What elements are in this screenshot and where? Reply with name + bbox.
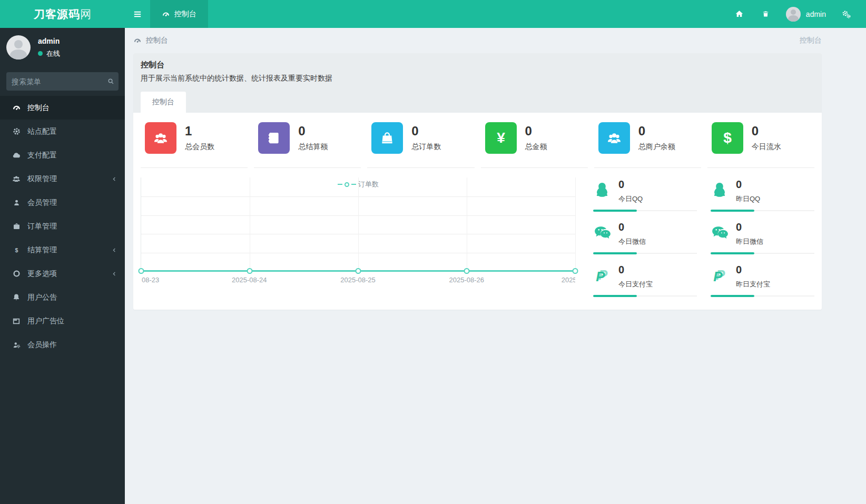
sidebar-item[interactable]: 更多选项 xyxy=(0,262,125,285)
stat-card: ¥ 0 总金额 xyxy=(481,122,588,168)
svg-text:P: P xyxy=(713,269,723,284)
channel-stat-tile: 0 今日QQ xyxy=(593,177,697,212)
book-icon xyxy=(258,122,290,154)
sidebar-user-panel: admin 在线 xyxy=(0,28,125,68)
qq-icon xyxy=(711,181,730,200)
top-bar: 刀客源码网 控制台 admin xyxy=(0,0,866,28)
stat-value: 0 xyxy=(411,124,441,138)
stat-label: 总金额 xyxy=(525,142,547,152)
stat-card: 0 总结算额 xyxy=(254,122,361,168)
status-label: 在线 xyxy=(46,49,60,58)
sidebar-item-label: 会员操作 xyxy=(27,340,57,350)
channel-stat-bar xyxy=(711,295,814,297)
chart-point-marker xyxy=(139,268,144,274)
stat-card: 0 总商户余额 xyxy=(594,122,701,168)
channel-stat-value: 0 xyxy=(736,264,770,276)
breadcrumb-label: 控制台 xyxy=(146,36,168,45)
panel-header: 控制台 用于展示当前系统中的统计数据、统计报表及重要实时数据 控制台 xyxy=(133,53,822,113)
user-cog-icon xyxy=(12,341,21,349)
home-icon xyxy=(735,9,744,18)
x-axis-tick-label: 2025-08-24 xyxy=(232,276,267,284)
stat-value: 0 xyxy=(298,124,328,138)
paypal-icon: PP xyxy=(711,266,730,285)
sidebar-item-label: 更多选项 xyxy=(27,269,57,279)
x-axis-tick-label: 2025-08-25 xyxy=(340,276,376,284)
sidebar-item[interactable]: 用户公告 xyxy=(0,285,125,309)
sidebar-item[interactable]: 支付配置 xyxy=(0,143,125,167)
search-icon[interactable] xyxy=(107,77,115,85)
breadcrumb: 控制台 控制台 xyxy=(133,28,822,53)
sidebar-item[interactable]: $ 结算管理 xyxy=(0,238,125,262)
chart-legend[interactable]: 订单数 xyxy=(338,180,379,189)
cloud-icon xyxy=(12,151,21,160)
channel-stat-bar xyxy=(711,252,814,254)
sidebar-item-label: 订单管理 xyxy=(27,222,57,231)
channel-stat-value: 0 xyxy=(618,221,646,233)
stat-cards-row: 1 总会员数 0 总结算额 xyxy=(141,122,814,168)
svg-text:P: P xyxy=(596,269,605,284)
channel-stat-tile: PP 0 今日支付宝 xyxy=(593,263,697,297)
ad-box-icon xyxy=(12,317,21,325)
home-button[interactable] xyxy=(729,0,750,28)
sidebar: admin 在线 控制台 站点配置 xyxy=(0,28,125,504)
stat-label: 总结算额 xyxy=(298,142,328,152)
topbar-spacer xyxy=(208,0,729,28)
gears-icon xyxy=(841,9,851,19)
sidebar-user-name: admin xyxy=(38,37,60,45)
tab-dashboard[interactable]: 控制台 xyxy=(141,92,186,113)
channel-stat-tile: 0 昨日QQ xyxy=(711,177,814,212)
channel-stat-bar xyxy=(593,295,697,297)
paypal-icon: PP xyxy=(593,266,612,285)
sidebar-item[interactable]: 会员操作 xyxy=(0,333,125,357)
chart-point-marker xyxy=(356,268,361,274)
sidebar-item[interactable]: 权限管理 xyxy=(0,167,125,191)
stat-value: 0 xyxy=(752,124,781,138)
channel-stat-bar xyxy=(593,210,697,212)
clear-cache-button[interactable] xyxy=(755,0,776,28)
svg-text:$: $ xyxy=(15,246,18,253)
sidebar-item[interactable]: 会员管理 xyxy=(0,191,125,214)
chart-point-marker xyxy=(247,268,253,274)
sidebar-item[interactable]: 站点配置 xyxy=(0,120,125,143)
topbar-user-name: admin xyxy=(806,10,826,18)
stat-label: 总订单数 xyxy=(411,142,441,152)
qq-icon xyxy=(593,181,612,200)
user-icon xyxy=(12,199,21,207)
panel-tabs: 控制台 xyxy=(141,92,814,113)
wechat-icon xyxy=(593,223,612,242)
channel-stat-label: 昨日支付宝 xyxy=(736,280,770,289)
svg-text:¥: ¥ xyxy=(497,130,505,146)
stat-value: 1 xyxy=(185,124,214,138)
channel-stat-tile: 0 昨日微信 xyxy=(711,220,814,254)
settings-button[interactable] xyxy=(835,0,857,28)
sidebar-item[interactable]: 控制台 xyxy=(0,96,125,120)
channel-stat-value: 0 xyxy=(618,264,653,276)
legend-marker-icon xyxy=(345,182,349,187)
sidebar-item-label: 控制台 xyxy=(27,103,50,113)
hamburger-icon xyxy=(133,9,142,19)
gear-icon xyxy=(12,127,21,136)
app-logo[interactable]: 刀客源码网 xyxy=(0,0,125,28)
legend-label: 订单数 xyxy=(358,180,379,189)
breadcrumb-trail[interactable]: 控制台 xyxy=(800,36,822,45)
online-status-dot xyxy=(38,51,43,56)
app-logo-light: 网 xyxy=(80,7,91,22)
sidebar-menu: 控制台 站点配置 支付配置 权限管理 xyxy=(0,96,125,357)
dollar-icon: $ xyxy=(12,246,21,254)
user-menu[interactable]: admin xyxy=(782,7,830,22)
channel-stat-bar xyxy=(593,252,697,254)
stat-card: 0 总订单数 xyxy=(367,122,474,168)
breadcrumb-current[interactable]: 控制台 xyxy=(133,36,168,45)
search-input[interactable] xyxy=(12,77,107,86)
circle-o-icon xyxy=(12,269,21,278)
chart-plot-area: 订单数 xyxy=(141,177,575,272)
channel-stat-bar xyxy=(711,210,814,212)
sidebar-item-label: 权限管理 xyxy=(27,174,57,184)
sidebar-toggle-button[interactable] xyxy=(125,0,150,28)
sidebar-item[interactable]: 订单管理 xyxy=(0,214,125,238)
stat-label: 总会员数 xyxy=(185,142,214,152)
orders-line-chart: 订单数 08-232025-08-242025-08-252025-08-262… xyxy=(141,177,575,297)
sidebar-item-label: 会员管理 xyxy=(27,198,57,207)
sidebar-item[interactable]: 用户广告位 xyxy=(0,309,125,333)
topbar-tab-dashboard[interactable]: 控制台 xyxy=(150,0,208,28)
